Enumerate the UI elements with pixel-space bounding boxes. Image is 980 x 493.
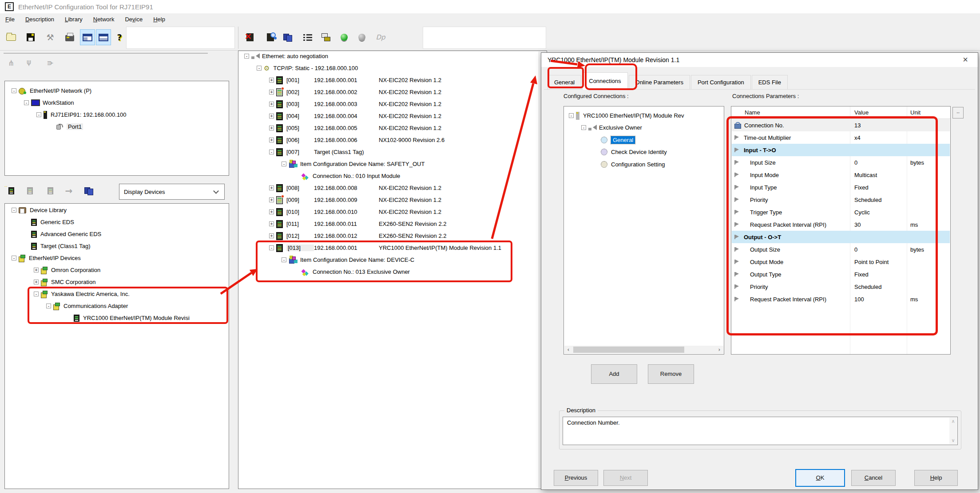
expand-toggle[interactable]: +	[269, 233, 274, 238]
tree-item-omron[interactable]: + Omron Corporation	[5, 266, 228, 274]
tree-item-device-013[interactable]: - [013] 192.168.000.001 YRC1000 EtherNet…	[239, 244, 546, 252]
conn-tree-module[interactable]: - YRC1000 EtherNet/IP(TM) Module Rev	[564, 111, 723, 120]
tree-item-device-library[interactable]: - Device Library	[5, 206, 228, 214]
more-columns-button[interactable]: ..	[952, 107, 964, 118]
menu-description[interactable]: Description	[20, 14, 60, 24]
expand-toggle[interactable]: +	[269, 114, 274, 118]
help-button[interactable]: ?	[112, 29, 127, 45]
tab-eds-file[interactable]: EDS File	[752, 75, 788, 90]
tree-item-item-config-safety-out[interactable]: - Item Configuration Device Name: SAFETY…	[239, 160, 546, 168]
menu-library[interactable]: Library	[60, 14, 88, 24]
menu-network[interactable]: Network	[88, 14, 120, 24]
expand-toggle[interactable]: -	[257, 66, 262, 71]
save-button[interactable]	[23, 29, 38, 45]
menu-help[interactable]: Help	[148, 14, 171, 24]
expand-toggle[interactable]: -	[12, 208, 16, 213]
tree-item-connection-013[interactable]: Connection No.: 013 Exclusive Owner	[239, 268, 546, 276]
param-row-trigger-type[interactable]: Trigger Type Cyclic	[732, 206, 950, 218]
expand-toggle[interactable]: -	[12, 88, 16, 93]
param-row-connection-no[interactable]: Connection No. 13	[732, 119, 950, 131]
connect-tool-button[interactable]: ⋔	[4, 55, 19, 71]
tree-item-device-010[interactable]: + [010] 192.168.000.010 NX-EIC202 Revisi…	[239, 208, 546, 216]
tree-item-ethernet-ip-network[interactable]: - EtherNet/IP Network (P)	[5, 87, 228, 95]
expand-toggle[interactable]: -	[46, 304, 51, 308]
expand-toggle[interactable]: +	[269, 185, 274, 190]
tree-item-device-009[interactable]: + [009] 192.168.000.009 NX-EIC202 Revisi…	[239, 196, 546, 204]
network-view-button[interactable]	[318, 29, 333, 45]
param-row-output-section[interactable]: Output - O->T	[732, 231, 950, 243]
tree-item-connection-010[interactable]: Connection No.: 010 Input Module	[239, 172, 546, 180]
scrollbar-thumb[interactable]	[573, 347, 684, 353]
import-eds-button[interactable]: →	[61, 183, 76, 199]
scroll-down-icon[interactable]: ∨	[949, 438, 957, 443]
detect-device-button[interactable]	[263, 29, 278, 45]
verify-tool-button[interactable]: ⋔	[43, 55, 58, 71]
horizontal-scrollbar[interactable]: ‹ ›	[564, 346, 723, 354]
expand-toggle[interactable]: -	[12, 256, 16, 260]
display-filter-dropdown[interactable]: Display Devices	[119, 184, 225, 200]
expand-toggle[interactable]: +	[34, 268, 39, 272]
param-row-input-priority[interactable]: Priority Scheduled	[732, 193, 950, 206]
expand-toggle[interactable]: -	[269, 150, 274, 154]
scroll-up-icon[interactable]: ∧	[949, 418, 957, 424]
options-button[interactable]: ⚒	[43, 29, 58, 45]
tree-item-device-001[interactable]: + [001] 192.168.000.001 NX-EIC202 Revisi…	[239, 76, 546, 84]
param-row-output-type[interactable]: Output Type Fixed	[732, 268, 950, 280]
expand-toggle[interactable]: -	[34, 292, 39, 296]
expand-toggle[interactable]: +	[34, 280, 39, 284]
expand-toggle[interactable]: +	[269, 138, 274, 142]
description-textbox[interactable]: Connection Number. ∧ ∨	[563, 417, 958, 445]
param-row-input-rpi[interactable]: Request Packet Interval (RPI) 30 ms	[732, 218, 950, 231]
device-view-button[interactable]	[280, 29, 295, 45]
tree-item-item-config-device-c[interactable]: - Item Configuration Device Name: DEVICE…	[239, 256, 546, 264]
remove-button[interactable]: Remove	[648, 364, 694, 384]
tree-item-yrc1000-module[interactable]: YRC1000 EtherNet/IP(TM) Module Revisi	[5, 314, 228, 322]
copy-eds-button[interactable]	[81, 183, 96, 199]
tree-item-device-005[interactable]: + [005] 192.168.000.005 NX-EIC202 Revisi…	[239, 124, 546, 132]
go-online-button[interactable]	[337, 29, 352, 45]
delete-device-button[interactable]	[242, 29, 258, 45]
menu-file[interactable]: File	[0, 14, 20, 24]
disconnect-tool-button[interactable]: ⋔	[21, 55, 36, 71]
diagnostics-button[interactable]: Dp	[373, 29, 388, 45]
expand-toggle[interactable]: -	[282, 162, 286, 166]
add-eds-button[interactable]: ..	[4, 183, 19, 199]
next-button[interactable]: Next	[603, 470, 648, 486]
expand-toggle[interactable]: +	[269, 126, 274, 130]
param-row-input-section[interactable]: Input - T->O	[732, 144, 950, 156]
tree-item-device-011[interactable]: + [011] 192.168.000.011 EX260-SEN2 Revis…	[239, 220, 546, 228]
tree-item-device-003[interactable]: + [003] 192.168.000.003 NX-EIC202 Revisi…	[239, 100, 546, 108]
remove-eds-button[interactable]	[22, 183, 37, 199]
param-row-input-type[interactable]: Input Type Fixed	[732, 181, 950, 193]
tree-item-generic-eds[interactable]: Generic EDS	[5, 218, 228, 226]
tree-item-tcpip[interactable]: - ⚙ TCP/IP: Static - 192.168.000.100	[239, 64, 546, 72]
expand-toggle[interactable]: -	[244, 54, 249, 59]
go-offline-button[interactable]	[354, 29, 369, 45]
menu-device[interactable]: Device	[119, 14, 148, 24]
tree-item-device-004[interactable]: + [004] 192.168.000.004 NX-EIC202 Revisi…	[239, 112, 546, 120]
tab-online-parameters[interactable]: Online Parameters	[629, 75, 690, 90]
tree-item-communications-adapter[interactable]: - Communications Adapter	[5, 302, 228, 310]
open-button[interactable]	[4, 29, 19, 45]
expand-toggle[interactable]: -	[581, 125, 586, 130]
expand-toggle[interactable]: +	[269, 209, 274, 214]
expand-toggle[interactable]: +	[269, 221, 274, 226]
add-button[interactable]: Add	[591, 364, 637, 384]
tree-item-device-006[interactable]: + [006] 192.168.000.006 NX102-9000 Revis…	[239, 136, 546, 144]
tree-item-device-012[interactable]: + [012] 192.168.000.012 EX260-SEN2 Revis…	[239, 232, 546, 240]
tree-item-smc[interactable]: + SMC Corporation	[5, 278, 228, 286]
conn-tree-configuration-setting[interactable]: Configuration Setting	[564, 160, 723, 169]
param-row-timeout-multiplier[interactable]: Time-out Multiplier x4	[732, 131, 950, 144]
expand-toggle[interactable]: -	[282, 257, 286, 262]
expand-toggle[interactable]: -	[269, 245, 274, 250]
expand-toggle[interactable]: -	[36, 112, 41, 117]
param-row-input-size[interactable]: Input Size 0 bytes	[732, 156, 950, 169]
tree-item-ethernet-ip-devices[interactable]: - EtherNet/IP Devices	[5, 254, 228, 262]
conn-tree-exclusive-owner[interactable]: - Exclusive Owner	[564, 123, 723, 132]
item-list-button[interactable]	[300, 29, 315, 45]
tree-item-device-002[interactable]: + [002] 192.168.000.002 NX-EIC202 Revisi…	[239, 88, 546, 96]
toggle-network-pane-button[interactable]	[80, 29, 95, 45]
expand-toggle[interactable]: +	[269, 102, 274, 106]
expand-toggle[interactable]: +	[269, 78, 274, 83]
tree-item-port1[interactable]: Port1	[5, 122, 228, 131]
